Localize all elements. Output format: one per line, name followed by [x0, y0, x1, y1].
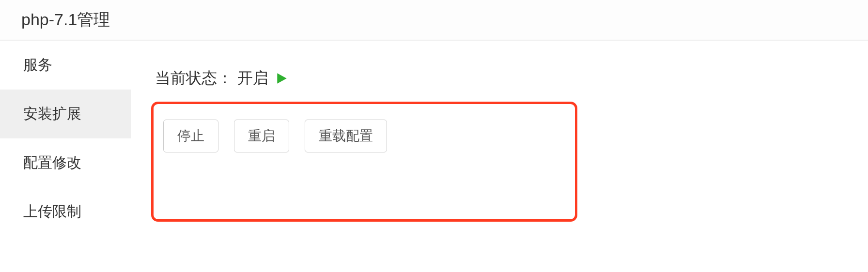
sidebar-item-label: 安装扩展 — [23, 106, 81, 121]
reload-config-button[interactable]: 重载配置 — [305, 120, 387, 152]
sidebar-item-label: 配置修改 — [23, 154, 81, 170]
restart-button[interactable]: 重启 — [234, 120, 289, 152]
status-line: 当前状态： 开启 — [155, 68, 839, 89]
sidebar-item-config-modify[interactable]: 配置修改 — [0, 138, 131, 187]
svg-marker-0 — [277, 73, 287, 84]
panel-body: 服务 安装扩展 配置修改 上传限制 当前状态： 开启 停止 重启 重载配置 — [0, 41, 868, 236]
panel-header: php-7.1管理 — [0, 0, 868, 41]
sidebar-item-label: 服务 — [23, 57, 52, 73]
play-icon — [275, 72, 288, 85]
status-value: 开启 — [237, 68, 268, 89]
main-content: 当前状态： 开启 停止 重启 重载配置 — [131, 41, 868, 236]
stop-button[interactable]: 停止 — [163, 120, 218, 152]
highlight-box: 停止 重启 重载配置 — [151, 102, 577, 222]
sidebar: 服务 安装扩展 配置修改 上传限制 — [0, 41, 131, 236]
sidebar-item-install-extensions[interactable]: 安装扩展 — [0, 90, 131, 138]
status-label: 当前状态： — [155, 68, 232, 89]
sidebar-item-service[interactable]: 服务 — [0, 41, 131, 90]
sidebar-item-upload-limit[interactable]: 上传限制 — [0, 187, 131, 236]
panel-title: php-7.1管理 — [21, 9, 847, 31]
action-button-row: 停止 重启 重载配置 — [163, 120, 565, 152]
sidebar-item-label: 上传限制 — [23, 203, 81, 219]
